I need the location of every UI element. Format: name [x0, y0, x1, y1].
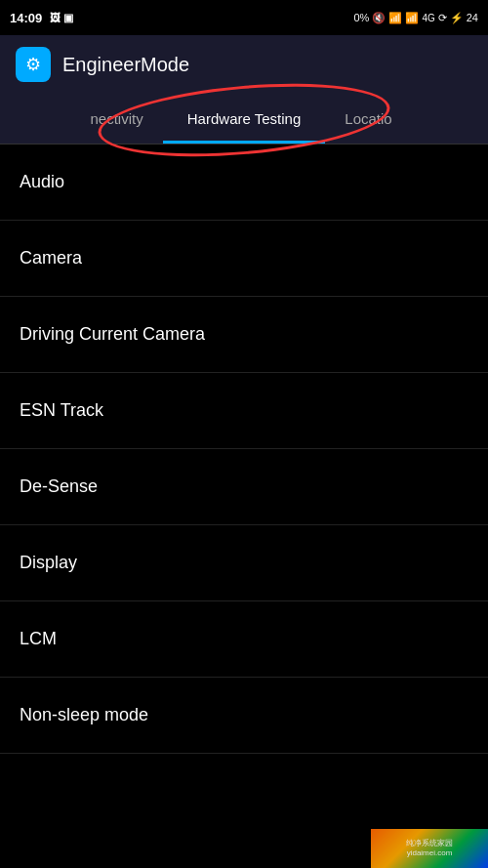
- tab-hardware-testing-label: Hardware Testing: [187, 110, 301, 127]
- 4g-label: 4G: [422, 13, 434, 23]
- status-indicators: 0% 🔇 📶 📶 4G ⟳ ⚡ 24: [354, 12, 479, 24]
- menu-item-audio[interactable]: Audio: [0, 145, 488, 221]
- sync-icon: ⟳: [438, 12, 447, 24]
- watermark: 纯净系统家园yidaimei.com: [371, 829, 488, 868]
- mute-icon: 🔇: [372, 12, 386, 24]
- menu-item-de-sense-label: De-Sense: [20, 476, 98, 497]
- tab-location-label: Locatio: [345, 110, 391, 127]
- app-icon-symbol: ⚙: [25, 54, 41, 75]
- menu-item-driving-current-camera-label: Driving Current Camera: [20, 324, 205, 345]
- status-time: 14:09 🖼 ▣: [10, 11, 73, 25]
- app-bar: ⚙ EngineerMode: [0, 35, 488, 94]
- tab-connectivity[interactable]: nectivity: [0, 94, 163, 144]
- battery-percent: 0%: [354, 12, 370, 23]
- menu-item-lcm[interactable]: LCM: [0, 601, 488, 678]
- menu-list: Audio Camera Driving Current Camera ESN …: [0, 145, 488, 754]
- wifi-icon: 📶: [388, 12, 402, 24]
- menu-item-lcm-label: LCM: [20, 629, 57, 649]
- menu-item-audio-label: Audio: [20, 172, 64, 192]
- status-icons: 🖼 ▣: [50, 12, 73, 24]
- menu-item-non-sleep-mode[interactable]: Non-sleep mode: [0, 678, 488, 754]
- watermark-text: 纯净系统家园yidaimei.com: [406, 839, 453, 859]
- menu-item-de-sense[interactable]: De-Sense: [0, 449, 488, 525]
- menu-item-display-label: Display: [20, 553, 77, 573]
- charge-icon: ⚡: [450, 12, 464, 24]
- menu-item-esn-track[interactable]: ESN Track: [0, 373, 488, 449]
- menu-item-esn-track-label: ESN Track: [20, 400, 103, 421]
- menu-item-non-sleep-mode-label: Non-sleep mode: [20, 705, 148, 725]
- menu-item-display[interactable]: Display: [0, 525, 488, 601]
- tab-location[interactable]: Locatio: [325, 94, 488, 144]
- menu-item-camera[interactable]: Camera: [0, 221, 488, 297]
- tab-bar: nectivity Hardware Testing Locatio: [0, 94, 488, 145]
- menu-item-driving-current-camera[interactable]: Driving Current Camera: [0, 297, 488, 373]
- menu-item-camera-label: Camera: [20, 248, 82, 269]
- time-display: 14:09: [10, 11, 42, 25]
- tab-hardware-testing[interactable]: Hardware Testing: [163, 94, 326, 144]
- status-bar: 14:09 🖼 ▣ 0% 🔇 📶 📶 4G ⟳ ⚡ 24: [0, 0, 488, 35]
- battery-level: 24: [467, 12, 478, 23]
- tab-connectivity-label: nectivity: [90, 110, 142, 127]
- signal-icon: 📶: [405, 12, 419, 24]
- app-title: EngineerMode: [62, 54, 189, 76]
- app-icon: ⚙: [16, 47, 51, 82]
